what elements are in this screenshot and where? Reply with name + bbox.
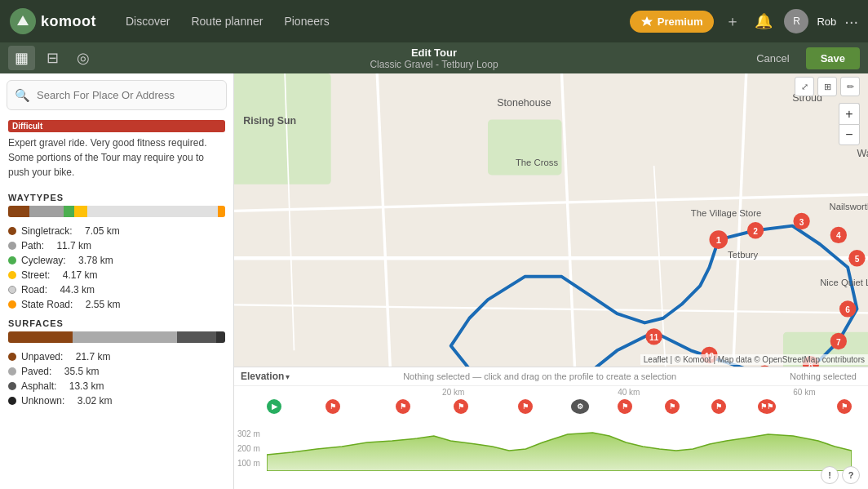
left-panel: 🔍 Difficult Expert gravel ride. Very goo…: [0, 73, 234, 489]
komoot-logo-icon: [10, 8, 36, 34]
zoom-in-button[interactable]: +: [839, 103, 860, 124]
svg-text:Tetbury: Tetbury: [728, 250, 758, 260]
waypoint-3: ⚑: [454, 399, 468, 414]
elevation-panel: Elevation ▾ Nothing selected — click and…: [234, 367, 868, 489]
add-button[interactable]: ＋: [722, 8, 743, 34]
list-item: State Road: 2.55 km: [8, 297, 225, 312]
view-split-button[interactable]: ⊟: [40, 46, 65, 70]
svg-text:Rising Sun: Rising Sun: [243, 115, 296, 127]
waypoint-4: ⚑: [518, 399, 533, 414]
search-input[interactable]: [7, 80, 227, 110]
nav-pioneers[interactable]: Pioneers: [276, 10, 337, 33]
top-navigation: komoot Discover Route planner Pioneers P…: [0, 0, 868, 42]
svg-text:Stonehouse: Stonehouse: [497, 97, 551, 109]
view-map-button[interactable]: ▦: [8, 46, 35, 70]
paved-dot: [8, 367, 16, 376]
list-item: Path: 11.7 km: [8, 238, 225, 253]
svg-text:Nice Quiet Lane: Nice Quiet Lane: [820, 278, 868, 287]
info-button-2[interactable]: ?: [842, 466, 860, 484]
waytypes-bar: [8, 206, 225, 217]
svg-text:5: 5: [855, 255, 860, 264]
surfaces-bar: [8, 331, 225, 343]
waypoint-start: ▶: [267, 399, 281, 414]
elevation-status-right: Nothing selected: [790, 371, 861, 381]
elevation-max-label: 302 m: [237, 429, 260, 438]
difficulty-badge: Difficult: [8, 120, 225, 132]
list-item: Road: 44.3 km: [8, 282, 225, 297]
tour-name: Classic Gravel - Tetbury Loop: [370, 59, 498, 70]
cancel-button[interactable]: Cancel: [746, 48, 799, 69]
paved-bar: [73, 331, 177, 343]
nav-route-planner[interactable]: Route planner: [183, 10, 271, 33]
km-marker-40: 40 km: [618, 388, 640, 397]
map-settings-button[interactable]: ✏: [840, 77, 860, 96]
waytypes-list: Singletrack: 7.05 km Path: 11.7 km Cycle…: [0, 222, 233, 313]
nav-links: Discover Route planner Pioneers: [117, 10, 338, 33]
save-button[interactable]: Save: [806, 47, 860, 69]
more-options-button[interactable]: ···: [844, 12, 858, 31]
svg-text:6: 6: [845, 305, 850, 314]
unpaved-dot: [8, 353, 16, 361]
elevation-header: Elevation ▾ Nothing selected — click and…: [234, 367, 868, 386]
elevation-mid-label: 200 m: [237, 444, 260, 453]
svg-marker-0: [17, 16, 29, 25]
svg-text:3: 3: [799, 218, 804, 227]
waypoint-5: ⚑: [618, 399, 632, 414]
svg-text:The Cross: The Cross: [516, 158, 558, 167]
list-item: Paved: 35.5 km: [8, 364, 225, 379]
elevation-info-buttons: ! ?: [821, 466, 860, 484]
unpaved-bar: [8, 331, 73, 343]
elevation-body: 20 km 40 km 60 km ▶ ⚑ ⚑ ⚑ ⚑ ⚙ ⚑ ⚑ ⚑ ⚑⚑ ⚑: [234, 386, 868, 487]
map-area[interactable]: 1 2 3 4 5 6 7 8 9 10 11 3 km Rising S: [234, 73, 868, 489]
svg-text:11: 11: [649, 333, 659, 342]
svg-text:1: 1: [716, 235, 721, 245]
map-attribution: Leaflet | © Komoot | Map data © OpenStre…: [640, 354, 868, 365]
km-marker-60: 60 km: [793, 388, 815, 397]
view-profile-button[interactable]: ◎: [70, 46, 96, 70]
waypoint-7: ⚑: [711, 399, 726, 414]
secondary-navigation: ▦ ⊟ ◎ Edit Tour Classic Gravel - Tetbury…: [0, 42, 868, 73]
nav-discover[interactable]: Discover: [117, 10, 178, 33]
stateroad-dot: [8, 300, 16, 309]
waytypes-section-title: WAYTYPES: [0, 188, 233, 206]
username: Rob: [817, 16, 836, 28]
svg-text:4: 4: [836, 231, 841, 240]
elevation-low-label: 100 m: [237, 459, 260, 468]
search-icon: 🔍: [15, 88, 30, 103]
waypoint-end: ⚑: [837, 399, 852, 414]
logo-text: komoot: [41, 13, 96, 30]
surfaces-list: Unpaved: 21.7 km Paved: 35.5 km Asphalt:…: [0, 348, 233, 416]
svg-rect-8: [234, 73, 331, 184]
premium-button[interactable]: Premium: [630, 11, 715, 33]
map-layers-button[interactable]: ⊞: [817, 77, 837, 96]
logo-area: komoot: [10, 8, 96, 34]
elevation-chart: [267, 418, 852, 471]
svg-marker-1: [641, 16, 653, 26]
notifications-button[interactable]: 🔔: [751, 9, 776, 33]
main-layout: 🔍 Difficult Expert gravel ride. Very goo…: [0, 73, 868, 489]
path-dot: [8, 242, 16, 250]
unknown-bar: [216, 331, 225, 343]
asphalt-dot: [8, 382, 16, 390]
info-button-1[interactable]: !: [821, 466, 839, 484]
zoom-out-button[interactable]: −: [839, 124, 860, 145]
singletrack-bar: [8, 206, 29, 217]
edit-tour-label: Edit Tour: [370, 47, 498, 59]
list-item: Unknown: 3.02 km: [8, 393, 225, 408]
list-item: Singletrack: 7.05 km: [8, 224, 225, 238]
list-item: Cycleway: 3.78 km: [8, 253, 225, 268]
asphalt-bar: [177, 331, 216, 343]
map-corner-icons: ⤢ ⊞ ✏: [795, 77, 860, 96]
street-bar: [74, 206, 86, 217]
map-expand-button[interactable]: ⤢: [795, 77, 814, 96]
svg-text:Waitrose: Waitrose: [857, 148, 868, 159]
waypoint-2: ⚑: [396, 399, 410, 414]
svg-text:7: 7: [836, 338, 841, 347]
elevation-status-left: Nothing selected — click and drag on the…: [290, 371, 790, 381]
cycleway-dot: [8, 256, 16, 265]
list-item: Asphalt: 13.3 km: [8, 379, 225, 393]
svg-marker-48: [267, 433, 852, 471]
svg-text:The Village Store: The Village Store: [691, 208, 761, 218]
description-text: Expert gravel ride. Very good fitness re…: [0, 132, 233, 188]
street-dot: [8, 271, 16, 279]
